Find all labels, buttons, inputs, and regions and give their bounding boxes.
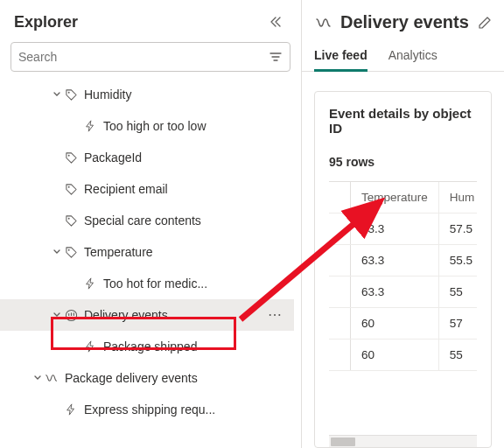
chevron-double-left-icon [269,15,283,29]
table-cell [329,340,351,371]
tree-node-label: Delivery events [84,308,262,322]
tag-icon [63,151,79,164]
tree-node[interactable]: Temperature [0,236,294,268]
table-cell [329,276,351,308]
horizontal-scrollbar[interactable] [329,435,477,447]
explorer-tree: HumidityToo high or too lowPackageIdReci… [0,79,294,448]
card-title: Event details by object ID [329,106,477,136]
table-row[interactable]: 63.357.5 [329,214,477,245]
data-table: TemperatureHum 63.357.563.355.563.355605… [329,182,477,371]
tree-node[interactable]: Delivery events⋯ [0,299,294,331]
tree-node-label: Too high or too low [103,119,287,133]
table-cell: 63.3 [351,276,439,308]
tree-node[interactable]: Package shipped [0,331,294,362]
column-header[interactable] [329,182,351,214]
flow-icon [314,14,332,32]
tree-node[interactable]: Express shipping requ... [0,394,294,425]
bolt-icon [82,340,98,353]
tag-icon [63,183,79,196]
tree-node-label: Too hot for medic... [103,276,287,290]
stream-icon [63,309,79,322]
tree-node-label: Temperature [84,245,287,259]
table-cell: 55 [438,340,477,371]
tree-node[interactable]: Humidity [0,79,294,110]
tree-node-label: Special care contents [84,214,287,228]
column-header[interactable]: Hum [438,182,477,214]
tree-node-label: Recipient email [84,182,287,196]
table-cell: 55.5 [438,245,477,276]
svg-point-2 [67,186,69,187]
tag-icon [63,88,79,102]
table-cell [329,308,351,340]
table-cell: 55 [438,276,477,308]
collapse-panel-button[interactable] [264,10,287,33]
page-title: Delivery events [340,12,469,32]
tree-node[interactable]: Package delivery events [0,362,294,394]
explorer-title: Explorer [14,13,78,32]
search-input[interactable] [18,50,269,64]
detail-panel: Delivery events Live feed Analytics Even… [302,0,504,448]
bolt-icon [82,277,98,290]
table-cell: 60 [351,340,439,371]
more-options-button[interactable]: ⋯ [262,308,287,322]
chevron-down-icon[interactable] [51,311,63,319]
tree-node-label: Humidity [84,88,287,102]
table-cell: 57 [438,308,477,340]
tabs: Live feed Analytics [302,39,504,72]
table-cell [329,245,351,276]
table-row[interactable]: 63.355.5 [329,245,477,276]
table-cell: 63.3 [351,214,439,245]
table-cell: 63.3 [351,245,439,276]
svg-point-4 [67,248,69,250]
table-cell: 60 [351,308,439,340]
tree-node[interactable]: Too hot for medic... [0,268,294,299]
tree-node-label: Package delivery events [65,371,287,385]
filter-icon[interactable] [269,50,283,64]
chevron-down-icon[interactable] [51,248,63,256]
table-row[interactable]: 6055 [329,340,477,371]
bolt-icon [63,403,79,416]
tree-node[interactable]: Too high or too low [0,110,294,142]
tag-icon [63,214,79,228]
flow-icon [44,371,60,385]
edit-icon[interactable] [478,16,492,30]
tab-analytics[interactable]: Analytics [388,39,438,71]
column-header[interactable]: Temperature [351,182,439,214]
explorer-panel: Explorer HumidityToo high or too lowPack… [0,0,302,448]
svg-point-1 [67,154,69,156]
row-count: 95 rows [329,155,477,169]
event-details-card: Event details by object ID 95 rows Tempe… [314,91,492,448]
table-cell [329,214,351,245]
svg-point-0 [67,91,69,93]
table-cell: 57.5 [438,214,477,245]
tree-node-label: PackageId [84,150,287,164]
tree-node-label: Package shipped [103,340,287,354]
svg-point-3 [67,217,69,219]
bolt-icon [82,120,98,132]
table-row[interactable]: 6057 [329,308,477,340]
tree-node[interactable]: Recipient email [0,173,294,205]
tree-node-label: Express shipping requ... [84,402,287,416]
tree-node[interactable]: PackageId [0,142,294,173]
chevron-down-icon[interactable] [51,90,63,99]
search-box[interactable] [10,42,290,72]
tab-live-feed[interactable]: Live feed [314,39,368,71]
chevron-down-icon[interactable] [32,374,44,382]
tag-icon [63,246,79,259]
table-row[interactable]: 63.355 [329,276,477,308]
tree-node[interactable]: Special care contents [0,205,294,236]
